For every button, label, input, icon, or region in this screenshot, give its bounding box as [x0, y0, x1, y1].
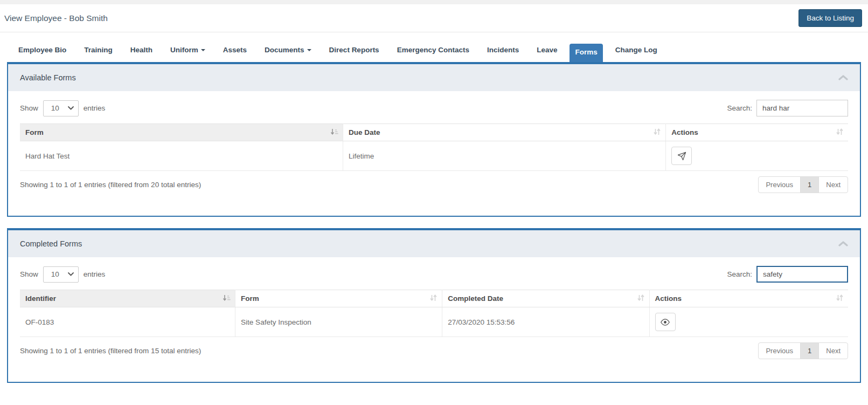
sort-asc-icon [223, 294, 231, 303]
caret-down-icon [307, 49, 311, 51]
cell-due-date: Lifetime [343, 141, 665, 171]
panel-header: Completed Forms [8, 230, 860, 257]
column-header-due-date[interactable]: Due Date [343, 124, 665, 141]
page-title: View Employee - Bob Smith [4, 13, 108, 23]
page-size-select[interactable]: 10 [43, 266, 79, 283]
search-control: Search: [727, 100, 848, 116]
eye-icon [661, 318, 670, 326]
column-header-actions[interactable]: Actions [666, 124, 848, 141]
tab-leave[interactable]: Leave [531, 42, 563, 58]
tab-emergency-contacts[interactable]: Emergency Contacts [392, 42, 475, 58]
completed-forms-table: Identifier Form Completed Date [20, 290, 848, 337]
page-length-control: Show 10 entries [20, 100, 105, 116]
tab-forms[interactable]: Forms [570, 44, 602, 62]
previous-page-button[interactable]: Previous [758, 342, 801, 359]
pagination: Previous 1 Next [758, 176, 848, 193]
pagination: Previous 1 Next [758, 342, 848, 359]
previous-page-button[interactable]: Previous [758, 176, 801, 193]
page-length-control: Show 10 entries [20, 266, 105, 283]
table-header-row: Identifier Form Completed Date [20, 290, 848, 307]
view-form-button[interactable] [655, 313, 676, 331]
page-size-value: 10 [51, 270, 59, 278]
send-form-button[interactable] [671, 147, 692, 165]
next-page-button[interactable]: Next [818, 176, 848, 193]
completed-forms-panel: Completed Forms Show 10 entries Search: [7, 228, 861, 383]
tab-change-log[interactable]: Change Log [610, 42, 663, 58]
column-header-actions[interactable]: Actions [649, 290, 848, 307]
tab-uniform[interactable]: Uniform [165, 42, 211, 58]
sort-both-icon [637, 294, 645, 303]
entries-label: entries [84, 270, 106, 278]
page-1-button[interactable]: 1 [800, 342, 819, 359]
available-forms-table: Form Due Date Actions [20, 123, 848, 171]
sort-both-icon [653, 128, 661, 137]
chevron-down-icon [68, 272, 74, 276]
column-header-completed-date[interactable]: Completed Date [442, 290, 649, 307]
search-input[interactable] [756, 266, 848, 283]
page-size-value: 10 [51, 104, 59, 112]
page-1-button[interactable]: 1 [800, 176, 819, 193]
caret-down-icon [201, 49, 205, 51]
cell-form: Site Safety Inspection [235, 307, 442, 337]
page-header: View Employee - Bob Smith Back to Listin… [0, 4, 868, 32]
table-controls: Show 10 entries Search: [20, 266, 848, 283]
sort-asc-icon [330, 128, 338, 137]
cell-actions [649, 307, 848, 337]
paper-plane-icon [677, 152, 686, 161]
column-header-identifier[interactable]: Identifier [20, 290, 235, 307]
show-label: Show [20, 104, 38, 112]
sort-both-icon [429, 294, 438, 303]
chevron-up-icon[interactable] [838, 241, 848, 247]
tab-documents[interactable]: Documents [259, 42, 317, 58]
top-strip [0, 0, 868, 4]
column-header-form[interactable]: Form [20, 124, 343, 141]
search-label: Search: [727, 104, 752, 112]
tab-health[interactable]: Health [125, 42, 158, 58]
panel-title: Completed Forms [20, 239, 82, 248]
page-size-select[interactable]: 10 [43, 100, 79, 116]
back-to-listing-button[interactable]: Back to Listing [798, 9, 862, 27]
panel-body: Show 10 entries Search: Identifier [8, 257, 860, 382]
panel-header: Available Forms [8, 64, 860, 91]
cell-identifier: OF-0183 [20, 307, 235, 337]
tab-incidents[interactable]: Incidents [482, 42, 524, 58]
available-forms-panel: Available Forms Show 10 entries Search: [7, 62, 861, 217]
table-footer: Showing 1 to 1 of 1 entries (filtered fr… [20, 176, 848, 193]
search-input[interactable] [756, 100, 848, 116]
search-label: Search: [727, 270, 752, 278]
table-row: Hard Hat Test Lifetime [20, 141, 848, 171]
tab-assets[interactable]: Assets [218, 42, 252, 58]
search-control: Search: [727, 266, 848, 283]
cell-actions [666, 141, 848, 171]
entries-label: entries [84, 104, 106, 112]
chevron-up-icon[interactable] [838, 74, 848, 81]
table-header-row: Form Due Date Actions [20, 124, 848, 141]
cell-form: Hard Hat Test [20, 141, 343, 171]
show-label: Show [20, 270, 38, 278]
panel-body: Show 10 entries Search: Form [8, 91, 860, 216]
tab-employee-bio[interactable]: Employee Bio [13, 42, 72, 58]
entries-summary: Showing 1 to 1 of 1 entries (filtered fr… [20, 181, 201, 189]
sort-both-icon [836, 128, 844, 137]
tab-training[interactable]: Training [79, 42, 118, 58]
cell-completed-date: 27/03/2020 15:53:56 [442, 307, 649, 337]
column-header-form[interactable]: Form [235, 290, 442, 307]
sort-both-icon [836, 294, 844, 303]
panel-title: Available Forms [20, 73, 76, 82]
tab-direct-reports[interactable]: Direct Reports [324, 42, 385, 58]
table-row: OF-0183 Site Safety Inspection 27/03/202… [20, 307, 848, 337]
chevron-down-icon [68, 106, 74, 110]
tab-bar: Employee Bio Training Health Uniform Ass… [0, 32, 868, 62]
table-controls: Show 10 entries Search: [20, 100, 848, 116]
next-page-button[interactable]: Next [818, 342, 848, 359]
table-footer: Showing 1 to 1 of 1 entries (filtered fr… [20, 342, 848, 359]
entries-summary: Showing 1 to 1 of 1 entries (filtered fr… [20, 347, 201, 355]
